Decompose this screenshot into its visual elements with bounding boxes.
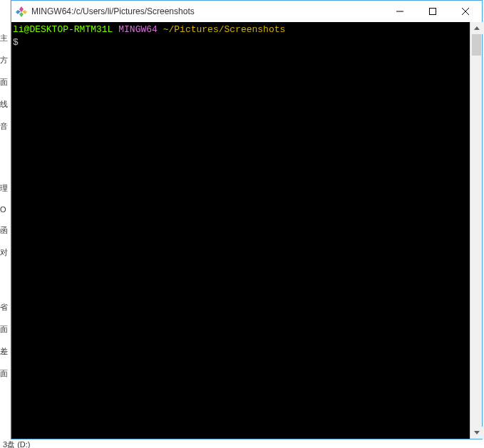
background-sidebar: 主 方 面 线 音 理 O 函 对 省 面 差 面 — [0, 0, 11, 448]
terminal-window: MINGW64:/c/Users/li/Pictures/Screenshots… — [11, 0, 483, 439]
bg-item: 省 — [0, 302, 10, 313]
titlebar[interactable]: MINGW64:/c/Users/li/Pictures/Screenshots — [11, 1, 482, 22]
scroll-thumb[interactable] — [472, 34, 481, 56]
svg-rect-5 — [430, 9, 436, 15]
bg-item: 函 — [0, 225, 10, 236]
bg-item: O — [0, 205, 10, 214]
maximize-button[interactable] — [416, 1, 449, 22]
bg-item: 面 — [0, 324, 10, 335]
bg-item: 主 — [0, 33, 10, 43]
bg-item: 对 — [0, 247, 10, 258]
bg-item: 面 — [0, 77, 10, 88]
bg-item: 理 — [0, 183, 10, 194]
prompt-user: li@DESKTOP-RMTM31L — [13, 24, 113, 35]
minimize-button[interactable] — [383, 1, 416, 22]
window-title: MINGW64:/c/Users/li/Pictures/Screenshots — [31, 6, 195, 16]
vertical-scrollbar[interactable] — [470, 22, 482, 439]
bg-item: 面 — [0, 368, 10, 379]
window-controls — [383, 1, 482, 22]
scroll-up-button[interactable] — [470, 22, 483, 34]
prompt-host: MINGW64 — [118, 24, 158, 35]
bg-item: 音 — [0, 121, 10, 132]
bg-item: 差 — [0, 346, 10, 357]
svg-marker-8 — [474, 26, 480, 30]
bg-item: 方 — [0, 55, 10, 66]
app-icon — [16, 6, 27, 17]
terminal-content[interactable]: li@DESKTOP-RMTM31L MINGW64 ~/Pictures/Sc… — [11, 22, 470, 439]
prompt-path: ~/Pictures/Screenshots — [163, 24, 286, 35]
prompt-symbol: $ — [13, 37, 19, 48]
close-button[interactable] — [449, 1, 482, 22]
svg-marker-3 — [19, 12, 24, 17]
background-bottom: 3盘 (D:) — [0, 439, 484, 448]
bg-item: 线 — [0, 99, 10, 110]
svg-marker-9 — [474, 431, 480, 434]
scroll-down-button[interactable] — [470, 427, 483, 439]
terminal-area: li@DESKTOP-RMTM31L MINGW64 ~/Pictures/Sc… — [11, 22, 482, 439]
